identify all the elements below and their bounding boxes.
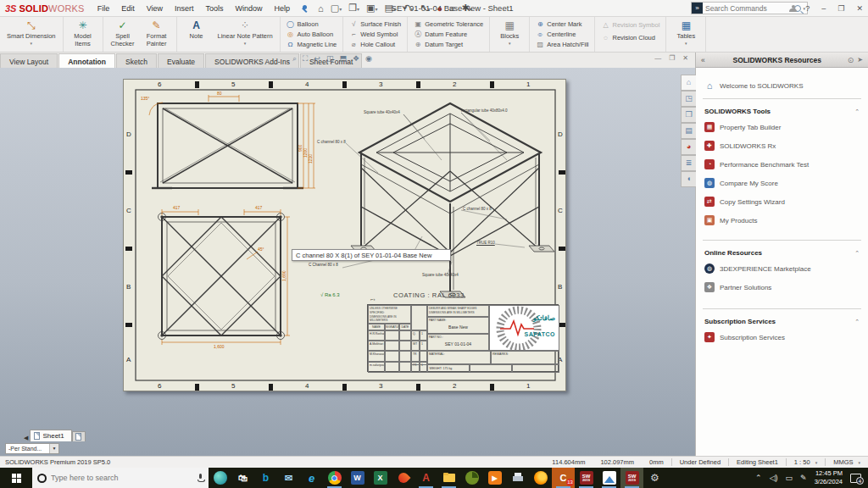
tab-view-palette[interactable]: ▤ [681,123,696,139]
linear-note-pattern-button[interactable]: ⁘ Linear Note Pattern ▾ [214,18,277,51]
taskbar-autocad[interactable]: A [415,468,437,488]
tab-appearances[interactable]: ◕ [681,139,696,155]
taskbar-file-explorer[interactable] [437,468,460,488]
collapse-pane-icon[interactable]: « [696,56,710,64]
previous-view-icon[interactable]: ↩ [314,54,320,64]
minimize-button[interactable]: – [818,4,829,13]
section-online-resources[interactable]: Online Resources⌃ [696,244,868,259]
center-mark-button[interactable]: ⊕Center Mark [534,19,590,30]
display-style-icon[interactable]: ❖ [353,54,359,64]
doc-minimize-icon[interactable]: — [654,54,661,62]
datum-target-button[interactable]: ⊕Datum Target [412,39,485,49]
tab-evaluate[interactable]: Evaluate [158,53,204,69]
tab-file-explorer[interactable]: ❒ [681,107,696,123]
section-view-icon[interactable]: ◫ [326,54,334,64]
graphics-area[interactable]: 6 5 4 3 2 1 6 5 4 3 2 1 D C B A D C B A [0,68,695,456]
tab-annotation[interactable]: Annotation [58,53,115,69]
start-button[interactable] [0,468,32,488]
taskbar-search[interactable] [32,468,209,488]
battery-icon[interactable]: ▭ [786,474,793,482]
zoom-area-icon[interactable]: ⛶ [303,54,308,64]
section-solidworks-tools[interactable]: SOLIDWORKS Tools⌃ [696,103,868,118]
help-button[interactable]: ? [802,4,813,13]
revision-cloud-button[interactable]: ◌Revision Cloud [599,32,661,42]
auto-balloon-button[interactable]: ◎Auto Balloon [285,30,339,40]
taskbar-chrome[interactable] [323,468,346,488]
subscription-services-link[interactable]: ✦ Subscription Services [696,328,868,347]
tab-design-library[interactable]: ◳ [681,91,696,107]
magnetic-line-button[interactable]: ΩMagnetic Line [285,39,339,49]
section-subscription-services[interactable]: Subscription Services⌃ [696,313,868,328]
my-products-link[interactable]: ▣ My Products [696,211,868,230]
taskbar-bing[interactable]: b [254,468,277,488]
tab-solidworks-add-ins[interactable]: SOLIDWORKS Add-Ins [205,53,299,69]
menu-insert[interactable]: Insert [169,2,200,15]
view-orientation-icon[interactable]: ⬒ [339,54,347,64]
taskbar-printer[interactable] [506,468,529,488]
surface-finish-button[interactable]: √Surface Finish [348,19,403,30]
login-icon[interactable] [789,5,797,13]
home-button[interactable]: ⌂ [314,3,327,14]
menu-edit[interactable]: Edit [115,2,141,15]
model-items-button[interactable]: ✳ Model Items [66,18,100,51]
taskbar-pie-app[interactable] [460,468,483,488]
tab-sketch[interactable]: Sketch [116,53,157,69]
area-hatch-fill-button[interactable]: ▨Area Hatch/Fill [534,39,590,49]
tables-button[interactable]: ▦ Tables ▾ [669,18,703,51]
pin-menu-icon[interactable] [301,4,309,13]
taskbar-solidworks-2019[interactable]: SW2019 [620,468,643,488]
layer-combo[interactable]: -Per Stand... ▼ [5,443,59,454]
doc-close-icon[interactable]: ✕ [682,54,688,62]
status-sheet-scale[interactable]: 1 : 50▾ [787,458,825,466]
compare-my-score-link[interactable]: ◍ Compare My Score [696,174,868,192]
smart-dimension-button[interactable]: ⤡ Smart Dimension ▾ [3,18,60,51]
welcome-to-solidworks-link[interactable]: ⌂ Welcome to SOLIDWORKS [696,76,868,95]
taskbar-firefox[interactable] [529,468,552,488]
performance-benchmark-link[interactable]: ◔ Performance Benchmark Test [696,155,868,174]
add-sheet-tab[interactable] [72,431,86,441]
balloon-button[interactable]: ◯Balloon [285,19,339,30]
taskbar-mail[interactable]: ✉ [277,468,300,488]
format-painter-button[interactable]: ✎ Format Painter [140,18,174,51]
taskbar-solidworks-doc[interactable]: SW2019 [575,468,598,488]
menu-view[interactable]: View [141,2,169,15]
taskbar-store[interactable]: 🛍 [231,468,254,488]
tab-forum[interactable]: ◖ [681,171,696,187]
taskbar-image-viewer[interactable] [598,468,620,488]
doc-restore-icon[interactable]: ❐ [669,54,675,62]
tab-view-layout[interactable]: View Layout [0,53,58,69]
weld-symbol-button[interactable]: ⌐Weld Symbol [348,30,403,40]
solidworks-rx-link[interactable]: ✚ SOLIDWORKS Rx [696,136,868,155]
taskbar-word[interactable]: W [346,468,369,488]
taskbar-app-13[interactable]: C 13 [552,468,575,488]
datum-feature-button[interactable]: ⒶDatum Feature [412,30,485,40]
menu-window[interactable]: Window [230,2,269,15]
close-button[interactable]: ✕ [853,4,866,13]
open-document-button[interactable]: ❒▾ [345,3,363,14]
property-tab-builder-link[interactable]: ▦ Property Tab Builder [696,118,868,136]
pen-icon[interactable]: ✎ [800,474,807,482]
pane-pin-icon[interactable]: ➤ [857,56,868,64]
tab-custom-properties[interactable]: ≣ [681,155,696,171]
marketplace-link[interactable]: ◍ 3DEXPERIENCE Marketplace [696,259,868,278]
selected-note[interactable]: C Channel 80 x 8 [309,263,338,267]
new-document-button[interactable]: ▢▾ [327,3,345,14]
tab-solidworks-resources[interactable]: ⌂ [681,75,696,91]
status-units[interactable]: MMGS▾ [826,458,868,466]
tray-chevron-icon[interactable]: ⌃ [755,474,762,482]
spell-checker-button[interactable]: ✓ Spell Checker [106,18,140,51]
taskbar-flame-app[interactable] [392,468,415,488]
taskbar-video-app[interactable]: ▶ [483,468,506,488]
menu-help[interactable]: Help [269,2,297,15]
zoom-fit-icon[interactable]: ⌕ [292,54,297,64]
microphone-icon[interactable] [198,474,203,483]
note-button[interactable]: A Note [180,18,214,51]
save-button[interactable]: ▣▾ [363,3,381,14]
menu-file[interactable]: File [92,2,116,15]
notification-center-icon[interactable]: 4 [850,474,861,483]
hole-callout-button[interactable]: ⌀Hole Callout [348,39,403,49]
geometric-tolerance-button[interactable]: ▣Geometric Tolerance [412,19,485,30]
taskbar-search-input[interactable] [51,474,193,482]
sheet-tab-sheet1[interactable]: Sheet1 [30,430,71,441]
taskbar-settings[interactable]: ⚙ [643,468,666,488]
